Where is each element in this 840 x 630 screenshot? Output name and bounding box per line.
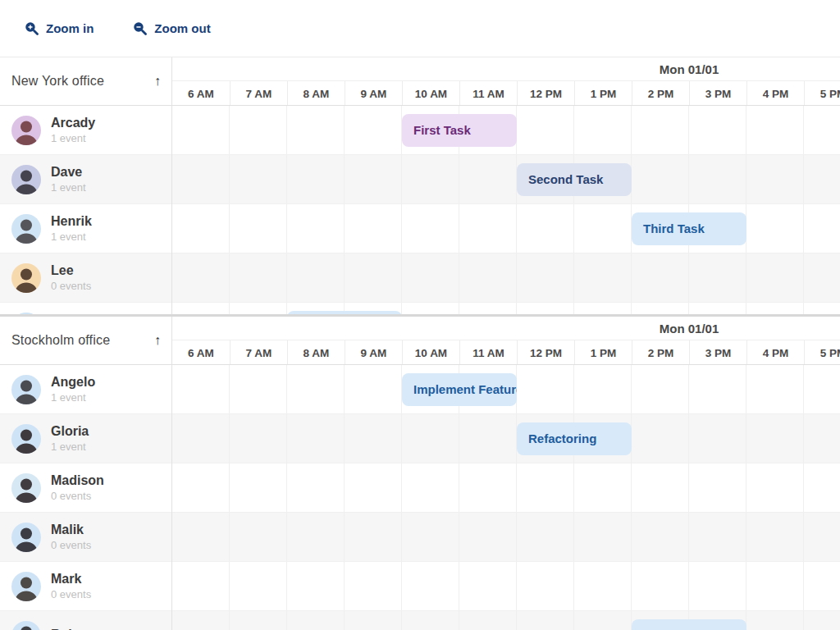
schedule-row[interactable] (172, 513, 840, 562)
tick-row: 6 AM7 AM8 AM9 AM10 AM11 AM12 PM1 PM2 PM3… (172, 340, 840, 364)
time-tick: 11 AM (459, 340, 517, 364)
event-bar[interactable]: Implement Feature (402, 373, 517, 406)
time-tick: 2 PM (632, 81, 689, 105)
resource-column: Arcady1 eventDave1 eventHenrik1 eventLee… (0, 106, 172, 314)
resource-event-count: 1 event (51, 441, 89, 454)
event-bar[interactable]: First Task (402, 114, 517, 147)
schedule-grid: First TaskSecond TaskThird Task (172, 106, 840, 314)
resource-name: Dave (51, 164, 86, 180)
panel-stockholm-office: Stockholm office ↑ Mon 01/01 6 AM7 AM8 A… (0, 317, 840, 630)
resource-name: Angelo (51, 374, 95, 390)
resource-event-count: 1 event (51, 391, 95, 404)
schedule-row[interactable]: Third Task (172, 204, 840, 253)
scheduler-app: Zoom in Zoom out New York office ↑ Mon 0… (0, 0, 840, 630)
zoom-in-label: Zoom in (46, 21, 94, 35)
sort-ascending-icon[interactable]: ↑ (154, 333, 161, 348)
event-bar[interactable] (287, 311, 402, 314)
time-tick: 7 AM (230, 81, 287, 105)
resource-row[interactable]: Henrik1 event (0, 204, 171, 253)
avatar (11, 313, 41, 315)
schedule-row[interactable]: Second Task (172, 155, 840, 204)
resource-name: Madison (51, 472, 104, 489)
resource-row[interactable]: Mark0 events (0, 562, 171, 611)
zoom-out-icon (133, 21, 147, 35)
schedule-row[interactable] (172, 303, 840, 314)
resource-event-count: 1 event (51, 132, 95, 145)
zoom-out-button[interactable]: Zoom out (125, 16, 218, 40)
panel-header: Stockholm office ↑ Mon 01/01 6 AM7 AM8 A… (0, 317, 840, 365)
time-tick: 9 AM (345, 340, 402, 364)
resource-row[interactable]: Madison0 events (0, 463, 171, 513)
avatar (11, 214, 41, 244)
time-tick: 1 PM (574, 340, 632, 364)
resource-column: Angelo1 eventGloria1 eventMadison0 event… (0, 365, 172, 630)
time-tick: 5 PM (804, 81, 840, 105)
event-bar[interactable]: Third Task (632, 212, 746, 245)
resource-event-count: 0 events (51, 539, 91, 552)
time-axis-header: Mon 01/01 6 AM7 AM8 AM9 AM10 AM11 AM12 P… (172, 317, 840, 364)
day-row: Mon 01/01 (172, 57, 840, 81)
office-title: Stockholm office (11, 333, 110, 348)
schedule-row[interactable] (172, 562, 840, 611)
schedule-row[interactable] (172, 463, 840, 513)
resource-event-count: 0 events (51, 280, 91, 293)
office-header[interactable]: Stockholm office ↑ (0, 317, 172, 364)
time-tick: 12 PM (517, 340, 574, 364)
time-tick: 8 AM (287, 81, 345, 105)
resource-row[interactable]: Malik0 events (0, 513, 171, 562)
avatar (11, 424, 41, 454)
resource-row[interactable]: Lee0 events (0, 253, 171, 303)
resource-row[interactable]: Rob (0, 611, 171, 630)
schedule-row[interactable] (172, 253, 840, 303)
resource-name: Rob (51, 627, 76, 630)
day-header: Mon 01/01 (172, 317, 840, 340)
time-tick: 3 PM (689, 81, 746, 105)
tick-row: 6 AM7 AM8 AM9 AM10 AM11 AM12 PM1 PM2 PM3… (172, 81, 840, 105)
zoom-in-button[interactable]: Zoom in (16, 16, 102, 40)
time-tick: 10 AM (402, 340, 459, 364)
avatar (11, 116, 41, 145)
toolbar: Zoom in Zoom out (0, 0, 840, 57)
schedule-row[interactable]: First Task (172, 106, 840, 155)
panel-body: Arcady1 eventDave1 eventHenrik1 eventLee… (0, 106, 840, 314)
panel-body: Angelo1 eventGloria1 eventMadison0 event… (0, 365, 840, 630)
resource-row[interactable]: Dave1 event (0, 155, 171, 204)
resource-name: Mark (51, 571, 91, 587)
resource-event-count: 0 events (51, 490, 104, 503)
time-tick: 8 AM (287, 340, 345, 364)
event-bar[interactable]: Second Task (517, 163, 632, 196)
time-axis-header: Mon 01/01 6 AM7 AM8 AM9 AM10 AM11 AM12 P… (172, 57, 840, 105)
zoom-out-label: Zoom out (154, 21, 210, 35)
panel-header: New York office ↑ Mon 01/01 6 AM7 AM8 AM… (0, 57, 840, 106)
schedule-row[interactable]: Write application (172, 611, 840, 630)
time-tick: 2 PM (632, 340, 689, 364)
sort-ascending-icon[interactable]: ↑ (154, 74, 161, 89)
schedule-row[interactable]: Implement Feature (172, 365, 840, 414)
resource-name: Gloria (51, 423, 89, 440)
time-tick: 4 PM (746, 340, 804, 364)
avatar (11, 473, 41, 503)
time-tick: 11 AM (459, 81, 517, 105)
day-header: Mon 01/01 (172, 57, 840, 81)
time-tick: 5 PM (804, 340, 840, 364)
resource-row[interactable] (0, 303, 171, 314)
event-bar[interactable]: Write application (632, 619, 746, 630)
zoom-in-icon (25, 21, 39, 35)
time-tick: 3 PM (689, 340, 746, 364)
resource-row[interactable]: Angelo1 event (0, 365, 171, 414)
event-bar[interactable]: Refactoring (517, 422, 632, 455)
day-row: Mon 01/01 (172, 317, 840, 340)
resource-row[interactable]: Gloria1 event (0, 414, 171, 463)
avatar (11, 263, 41, 293)
resource-row[interactable]: Arcady1 event (0, 106, 171, 155)
time-tick: 6 AM (172, 340, 230, 364)
office-header[interactable]: New York office ↑ (0, 57, 172, 105)
schedule-row[interactable]: Refactoring (172, 414, 840, 463)
resource-name: Malik (51, 522, 91, 538)
schedule-grid: Implement FeatureRefactoringWrite applic… (172, 365, 840, 630)
resource-name: Arcady (51, 115, 95, 131)
time-tick: 4 PM (746, 81, 804, 105)
resource-event-count: 1 event (51, 231, 92, 244)
resource-name: Lee (51, 262, 91, 279)
avatar (11, 523, 41, 552)
